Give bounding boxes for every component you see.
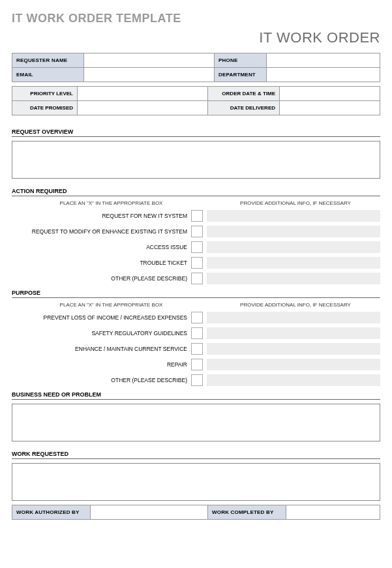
action-checkbox[interactable] — [191, 226, 203, 237]
action-checkbox[interactable] — [191, 257, 203, 269]
purpose-checkbox[interactable] — [191, 343, 203, 355]
purpose-checkbox[interactable] — [191, 312, 203, 323]
work-authorized-by-field[interactable] — [91, 505, 208, 520]
requester-name-label: REQUESTER NAME — [12, 53, 84, 68]
place-x-subhead: PLACE AN "X" IN THE APPROPRIATE BOX — [12, 200, 211, 206]
order-date-time-field[interactable] — [280, 87, 380, 101]
work-requested-head: WORK REQUESTED — [12, 451, 380, 457]
signoff-table: WORK AUTHORIZED BY WORK COMPLETED BY — [12, 505, 380, 520]
action-row: REQUEST TO MODIFY OR ENHANCE EXISTING IT… — [12, 226, 380, 237]
purpose-info-field[interactable] — [207, 359, 380, 370]
divider — [12, 196, 380, 196]
action-info-field[interactable] — [207, 210, 380, 222]
divider — [12, 458, 380, 459]
additional-info-subhead: PROVIDE ADDITIONAL INFO, IF NECESSARY — [211, 302, 380, 308]
department-label: DEPARTMENT — [215, 68, 267, 82]
action-row: TROUBLE TICKET — [12, 257, 380, 269]
purpose-row: REPAIR — [12, 359, 380, 370]
purpose-info-field[interactable] — [207, 327, 380, 339]
purpose-label: REPAIR — [12, 361, 191, 368]
doc-title: IT WORK ORDER — [12, 29, 380, 46]
action-label: OTHER (PLEASE DESCRIBE) — [12, 275, 191, 282]
date-promised-field[interactable] — [78, 101, 208, 115]
order-date-time-label: ORDER DATE & TIME — [208, 87, 280, 101]
phone-label: PHONE — [215, 53, 267, 68]
page-title: IT WORK ORDER TEMPLATE — [12, 12, 380, 25]
action-label: REQUEST FOR NEW IT SYSTEM — [12, 213, 191, 219]
purpose-label: OTHER (PLEASE DESCRIBE) — [12, 377, 191, 383]
purpose-row: OTHER (PLEASE DESCRIBE) — [12, 374, 380, 386]
action-checkbox[interactable] — [191, 210, 203, 222]
divider — [12, 136, 380, 137]
purpose-label: ENHANCE / MAINTAIN CURRENT SERVICE — [12, 346, 191, 352]
work-authorized-by-label: WORK AUTHORIZED BY — [12, 505, 91, 520]
action-info-field[interactable] — [207, 257, 380, 269]
action-checkbox[interactable] — [191, 241, 203, 253]
request-overview-field[interactable] — [12, 141, 380, 179]
phone-field[interactable] — [267, 53, 380, 68]
purpose-row: ENHANCE / MAINTAIN CURRENT SERVICE — [12, 343, 380, 355]
email-field[interactable] — [84, 68, 215, 82]
requester-name-field[interactable] — [84, 53, 215, 68]
email-label: EMAIL — [12, 68, 84, 82]
purpose-info-field[interactable] — [207, 343, 380, 355]
purpose-checkbox[interactable] — [191, 327, 203, 339]
action-label: TROUBLE TICKET — [12, 260, 191, 266]
purpose-row: SAFETY REGULATORY GUIDELINES — [12, 327, 380, 339]
purpose-checkbox[interactable] — [191, 374, 203, 386]
priority-level-label: PRIORITY LEVEL — [12, 87, 78, 101]
action-info-field[interactable] — [207, 241, 380, 253]
work-completed-by-label: WORK COMPLETED BY — [208, 505, 286, 520]
business-need-head: BUSINESS NEED OR PROBLEM — [12, 391, 380, 398]
department-field[interactable] — [267, 68, 380, 82]
work-requested-field[interactable] — [12, 463, 380, 501]
purpose-checkbox[interactable] — [191, 359, 203, 370]
date-delivered-field[interactable] — [280, 101, 380, 115]
additional-info-subhead: PROVIDE ADDITIONAL INFO, IF NECESSARY — [211, 200, 380, 206]
action-row: ACCESS ISSUE — [12, 241, 380, 253]
action-row: REQUEST FOR NEW IT SYSTEM — [12, 210, 380, 222]
purpose-label: SAFETY REGULATORY GUIDELINES — [12, 330, 191, 336]
divider — [12, 399, 380, 400]
request-overview-head: REQUEST OVERVIEW — [12, 128, 380, 135]
requester-table: REQUESTER NAME PHONE EMAIL DEPARTMENT — [12, 53, 380, 82]
date-promised-label: DATE PROMISED — [12, 101, 78, 115]
purpose-label: PREVENT LOSS OF INCOME / INCREASED EXPEN… — [12, 314, 191, 321]
work-completed-by-field[interactable] — [286, 505, 380, 520]
action-required-head: ACTION REQUIRED — [12, 188, 380, 194]
purpose-head: PURPOSE — [12, 290, 380, 296]
action-label: ACCESS ISSUE — [12, 244, 191, 250]
priority-level-field[interactable] — [78, 87, 208, 101]
action-checkbox[interactable] — [191, 273, 203, 284]
divider — [12, 297, 380, 298]
action-info-field[interactable] — [207, 226, 380, 237]
business-need-field[interactable] — [12, 404, 380, 441]
action-row: OTHER (PLEASE DESCRIBE) — [12, 273, 380, 284]
purpose-info-field[interactable] — [207, 312, 380, 323]
meta-table: PRIORITY LEVEL ORDER DATE & TIME DATE PR… — [12, 86, 380, 115]
purpose-row: PREVENT LOSS OF INCOME / INCREASED EXPEN… — [12, 312, 380, 323]
purpose-info-field[interactable] — [207, 374, 380, 386]
date-delivered-label: DATE DELIVERED — [208, 101, 280, 115]
place-x-subhead: PLACE AN "X" IN THE APPROPRIATE BOX — [12, 302, 211, 308]
action-info-field[interactable] — [207, 273, 380, 284]
action-label: REQUEST TO MODIFY OR ENHANCE EXISTING IT… — [12, 228, 191, 235]
